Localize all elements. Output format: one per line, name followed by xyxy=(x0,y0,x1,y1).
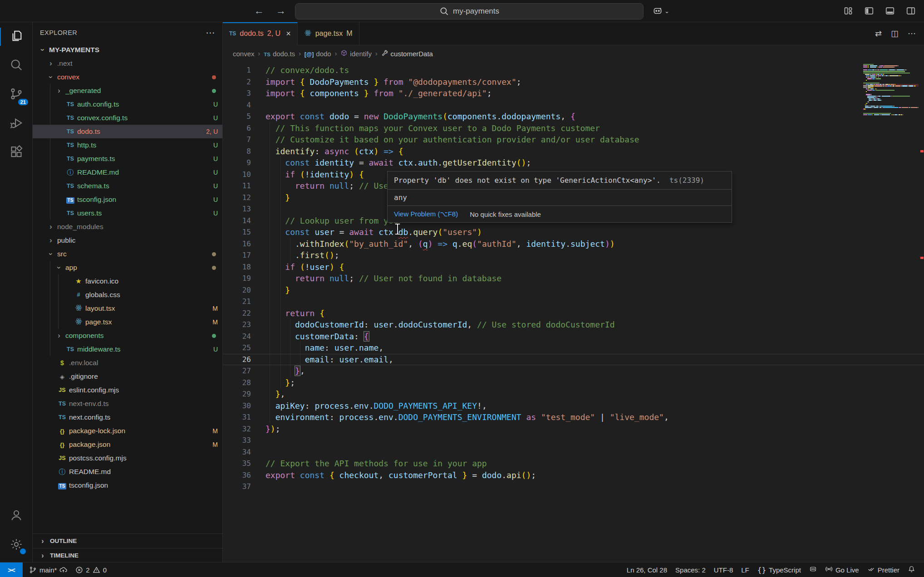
tree-item-auth-config-ts[interactable]: TSauth.config.tsU xyxy=(33,98,222,111)
activity-extensions[interactable] xyxy=(0,138,32,167)
status-encoding[interactable]: UTF-8 xyxy=(710,566,737,574)
outline-section[interactable]: › OUTLINE xyxy=(33,533,222,548)
line-number[interactable]: 18 xyxy=(223,261,265,273)
line-number[interactable]: 27 xyxy=(223,365,265,377)
tree-item-middleware-ts[interactable]: TSmiddleware.tsU xyxy=(33,342,222,356)
line-number[interactable]: 9 xyxy=(223,157,265,169)
line-number[interactable]: 34 xyxy=(223,446,265,458)
tree-item-package-lock-json[interactable]: {}package-lock.jsonM xyxy=(33,424,222,438)
tree-item-globals-css[interactable]: #globals.css xyxy=(33,288,222,302)
tree-item-http-ts[interactable]: TShttp.tsU xyxy=(33,138,222,152)
view-problem-link[interactable]: View Problem (⌥F8) xyxy=(394,210,458,218)
line-number[interactable]: 25 xyxy=(223,342,265,354)
line-number[interactable]: 16 xyxy=(223,238,265,250)
line-number[interactable]: 30 xyxy=(223,400,265,412)
timeline-section[interactable]: › TIMELINE xyxy=(33,548,222,562)
line-number[interactable]: 14 xyxy=(223,215,265,227)
line-number[interactable]: 37 xyxy=(223,481,265,493)
activity-run-debug[interactable] xyxy=(0,109,32,138)
line-number[interactable]: 35 xyxy=(223,458,265,469)
activity-explorer[interactable] xyxy=(0,22,32,51)
explorer-more-actions-icon[interactable]: ⋯ xyxy=(206,27,215,38)
toggle-panel-icon[interactable] xyxy=(885,6,895,16)
activity-settings[interactable] xyxy=(0,531,32,560)
line-number[interactable]: 5 xyxy=(223,111,265,122)
line-number[interactable]: 29 xyxy=(223,388,265,400)
breadcrumb-item-identify[interactable]: identify xyxy=(340,49,372,58)
activity-accounts[interactable] xyxy=(0,502,32,531)
tree-item-next-config-ts[interactable]: TSnext.config.ts xyxy=(33,411,222,424)
line-number[interactable]: 22 xyxy=(223,308,265,319)
line-number[interactable]: 12 xyxy=(223,192,265,204)
breadcrumb-item-customerdata[interactable]: customerData xyxy=(381,49,433,58)
tree-item-readme-md[interactable]: ⓘREADME.md xyxy=(33,465,222,479)
breadcrumb-item-convex[interactable]: convex xyxy=(233,50,255,58)
line-number[interactable]: 2 xyxy=(223,76,265,88)
line-number[interactable]: 1 xyxy=(223,64,265,76)
activity-search[interactable] xyxy=(0,51,32,80)
tree-item-package-json[interactable]: {}package.jsonM xyxy=(33,438,222,451)
line-number[interactable]: 23 xyxy=(223,319,265,331)
tree-item-eslint-config-mjs[interactable]: JSeslint.config.mjs xyxy=(33,383,222,397)
line-number[interactable]: 4 xyxy=(223,99,265,111)
line-number[interactable]: 7 xyxy=(223,134,265,146)
line-number[interactable]: 32 xyxy=(223,423,265,435)
tree-item-convex-config-ts[interactable]: TSconvex.config.tsU xyxy=(33,111,222,125)
status-notifications[interactable] xyxy=(904,565,919,574)
command-center-search[interactable]: my-payments xyxy=(295,3,644,20)
tree-item-env-local[interactable]: $.env.local xyxy=(33,356,222,370)
line-number[interactable]: 8 xyxy=(223,146,265,157)
status-line-col[interactable]: Ln 26, Col 28 xyxy=(623,566,671,574)
more-actions-icon[interactable]: ⋯ xyxy=(908,29,916,39)
line-number[interactable]: 26 xyxy=(223,354,265,366)
nav-forward-icon[interactable]: → xyxy=(276,5,286,17)
tree-item-page-tsx[interactable]: page.tsxM xyxy=(33,315,222,329)
status-eol[interactable]: LF xyxy=(737,566,753,574)
status-go-live[interactable]: Go Live xyxy=(821,565,863,574)
tree-item-layout-tsx[interactable]: layout.tsxM xyxy=(33,302,222,315)
tree-item-favicon-ico[interactable]: ★favicon.ico xyxy=(33,274,222,288)
tree-item-public[interactable]: ›public xyxy=(33,234,222,247)
problems-indicator[interactable]: 2 0 xyxy=(71,562,111,577)
tree-item-components[interactable]: ›components xyxy=(33,329,222,342)
branch-indicator[interactable]: main* xyxy=(23,562,71,577)
line-number[interactable]: 31 xyxy=(223,411,265,423)
line-number[interactable]: 36 xyxy=(223,469,265,481)
split-editor-icon[interactable]: ◫ xyxy=(891,29,899,39)
line-number[interactable]: 11 xyxy=(223,180,265,192)
line-number[interactable]: 28 xyxy=(223,377,265,389)
status-indentation[interactable]: Spaces: 2 xyxy=(671,566,710,574)
tree-item-next[interactable]: ›.next xyxy=(33,57,222,70)
line-number[interactable]: 33 xyxy=(223,435,265,446)
tree-item-generated[interactable]: ›_generated xyxy=(33,84,222,98)
tree-item-convex[interactable]: ›convex xyxy=(33,70,222,84)
status-formatter[interactable]: Prettier xyxy=(863,565,904,574)
tree-item-payments-ts[interactable]: TSpayments.tsU xyxy=(33,152,222,166)
tree-item-src[interactable]: ›src xyxy=(33,247,222,261)
tree-item-tsconfig-json[interactable]: TStsconfig.json xyxy=(33,479,222,492)
activity-source-control[interactable]: 21 xyxy=(0,80,32,109)
tree-item-postcss-config-mjs[interactable]: JSpostcss.config.mjs xyxy=(33,451,222,465)
toggle-secondary-sidebar-icon[interactable] xyxy=(906,6,916,16)
line-number[interactable]: 20 xyxy=(223,284,265,296)
line-number[interactable]: 24 xyxy=(223,331,265,342)
workspace-root[interactable]: › MY-PAYMENTS xyxy=(33,43,222,57)
tree-item-next-env-d-ts[interactable]: TSnext-env.d.ts xyxy=(33,397,222,411)
tab-close-icon[interactable]: × xyxy=(286,29,291,39)
line-number[interactable]: 3 xyxy=(223,88,265,99)
status-language-mode[interactable]: {}TypeScript xyxy=(753,566,805,574)
line-number[interactable]: 17 xyxy=(223,249,265,261)
tree-item-tsconfig-json[interactable]: TStsconfig.jsonU xyxy=(33,193,222,206)
tree-item-node-modules[interactable]: ›node_modules xyxy=(33,220,222,234)
tab-dodo-ts[interactable]: TSdodo.ts2, U× xyxy=(223,22,298,45)
open-changes-icon[interactable]: ⇄ xyxy=(875,29,882,39)
tree-item-gitignore[interactable]: ◈.gitignore xyxy=(33,370,222,383)
tree-item-readme-md[interactable]: ⓘREADME.mdU xyxy=(33,166,222,179)
minimap[interactable] xyxy=(863,64,919,117)
nav-back-icon[interactable]: ← xyxy=(254,5,264,17)
customize-layout-icon[interactable] xyxy=(843,6,853,16)
copilot-menu[interactable]: ⌄ xyxy=(653,6,669,16)
line-number[interactable]: 15 xyxy=(223,226,265,238)
code-editor[interactable]: 1// convex/dodo.ts2import { DodoPayments… xyxy=(223,62,924,562)
remote-indicator[interactable]: >< xyxy=(0,562,23,577)
